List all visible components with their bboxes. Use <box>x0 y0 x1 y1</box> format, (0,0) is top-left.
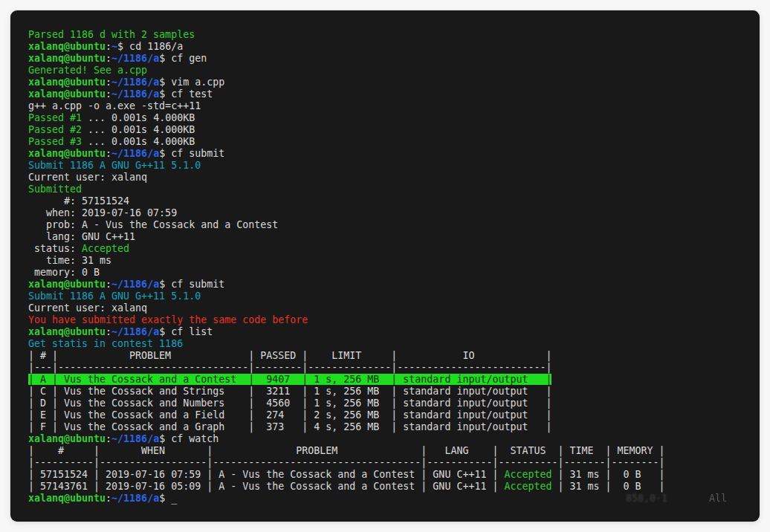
terminal-line: xalanq@ubuntu:~/1186/a$ cf watch <box>28 433 752 445</box>
terminal-output: Parsed 1186 d with 2 samplesxalanq@ubunt… <box>28 29 752 505</box>
table-row-highlighted: | A | Vus the Cossack and a Contest | 94… <box>28 374 551 385</box>
terminal-line: xalanq@ubuntu:~/1186/a$ cf gen <box>28 53 752 65</box>
submission-lang: lang: GNU C++11 <box>28 231 135 242</box>
submission-memory: memory: 0 B <box>28 267 100 278</box>
terminal-line: | # | PROBLEM | PASSED | LIMIT | IO | <box>28 350 752 362</box>
submission-time: time: 31 ms <box>28 255 111 266</box>
prompt-path: ~/1186/a <box>111 493 159 504</box>
command-text: $ cf watch <box>159 433 219 444</box>
table-row: | C | Vus the Cossack and Strings | 3211… <box>28 386 551 397</box>
submit-info: Submit 1186 A GNU G++11 5.1.0 <box>28 160 201 171</box>
terminal-window[interactable]: Parsed 1186 d with 2 samplesxalanq@ubunt… <box>10 10 760 522</box>
table-row: | D | Vus the Cossack and Numbers | 4560… <box>28 398 551 409</box>
status-message: Parsed 1186 d with 2 samples <box>28 29 195 40</box>
text-segment: ... 0.001s 4.000KB <box>82 136 195 147</box>
terminal-line: | A | Vus the Cossack and a Contest | 94… <box>28 374 752 386</box>
table-header: | # | WHEN | PROBLEM | LANG | STATUS | T… <box>28 445 665 456</box>
prompt-path: ~/1186/a <box>111 279 159 290</box>
terminal-line: | D | Vus the Cossack and Numbers | 4560… <box>28 398 752 409</box>
prompt-user: xalanq@ubuntu <box>28 433 106 444</box>
prompt-path: ~/1186/a <box>111 77 159 88</box>
text-segment: : <box>106 433 111 444</box>
terminal-line: Passed #3 ... 0.001s 4.000KB <box>28 136 752 148</box>
terminal-line: time: 31 ms <box>28 255 752 267</box>
terminal-line: Submitted <box>28 184 752 195</box>
command-text: $ cf gen <box>159 53 207 64</box>
terminal-line: | E | Vus the Cossack and a Field | 274 … <box>28 409 752 421</box>
table-row: | 57143761 | 2019-07-16 05:09 | A - Vus … <box>28 481 504 492</box>
terminal-line: |---|--------------------------------|--… <box>28 362 752 374</box>
desktop-background: { "terminal": { "colors": { "page_backgr… <box>0 0 770 532</box>
terminal-line: Passed #2 ... 0.001s 4.000KB <box>28 124 752 136</box>
terminal-line: Submit 1186 A GNU G++11 5.1.0 <box>28 291 752 302</box>
terminal-line: xalanq@ubuntu:~/1186/a$ cf list <box>28 326 752 338</box>
prompt-user: xalanq@ubuntu <box>28 493 106 504</box>
cursor[interactable]: _ <box>171 493 177 504</box>
terminal-line: | 57143761 | 2019-07-16 05:09 | A - Vus … <box>28 481 752 493</box>
status-message: Submitted <box>28 184 82 195</box>
terminal-line: prob: A - Vus the Cossack and a Contest <box>28 219 752 231</box>
table-row: | 57151524 | 2019-07-16 07:59 | A - Vus … <box>28 469 504 480</box>
prompt-path: ~/1186/a <box>111 148 159 159</box>
text-segment: | 31 ms | 0 B | <box>551 469 664 480</box>
terminal-line: Passed #1 ... 0.001s 4.000KB <box>28 112 752 124</box>
text-segment: $ <box>159 493 171 504</box>
status-accepted: Accepted <box>504 481 551 492</box>
text-segment: ... 0.001s 4.000KB <box>82 112 195 123</box>
prompt-user: xalanq@ubuntu <box>28 41 106 52</box>
submission-id: #: 57151524 <box>28 195 129 207</box>
prompt-path: ~/1186/a <box>111 88 159 100</box>
terminal-line: | 57151524 | 2019-07-16 07:59 | A - Vus … <box>28 469 752 481</box>
terminal-line: xalanq@ubuntu:~/1186/a$ vim a.cpp <box>28 77 752 88</box>
submission-status-value: Accepted <box>82 243 129 254</box>
table-separator: |---|--------------------------------|--… <box>28 362 551 373</box>
terminal-line: #: 57151524 <box>28 195 752 207</box>
text-segment: | 31 ms | 0 B | <box>551 481 664 492</box>
prompt-path: ~/1186/a <box>111 433 159 444</box>
submission-status-label: status: <box>28 243 82 254</box>
prompt-user: xalanq@ubuntu <box>28 326 106 337</box>
table-separator: |----------|------------------|---------… <box>28 457 665 468</box>
terminal-line: xalanq@ubuntu:~$ cd 1186/a <box>28 41 752 53</box>
terminal-line: xalanq@ubuntu:~/1186/a$ cf test <box>28 88 752 100</box>
terminal-line: |----------|------------------|---------… <box>28 457 752 469</box>
terminal-line: xalanq@ubuntu:~/1186/a$ cf submit <box>28 279 752 291</box>
submission-problem: prob: A - Vus the Cossack and a Contest <box>28 219 278 230</box>
ghost-all-text: All <box>709 493 727 505</box>
prompt-user: xalanq@ubuntu <box>28 279 106 290</box>
current-user: Current user: xalanq <box>28 302 147 314</box>
terminal-line: | F | Vus the Cossack and a Graph | 373 … <box>28 421 752 433</box>
terminal-line: Generated! See a.cpp <box>28 65 752 77</box>
prompt-user: xalanq@ubuntu <box>28 88 106 100</box>
terminal-line: status: Accepted <box>28 243 752 255</box>
table-header: | # | PROBLEM | PASSED | LIMIT | IO | <box>28 350 551 361</box>
terminal-line: when: 2019-07-16 07:59 <box>28 207 752 219</box>
text-segment: : <box>106 493 111 504</box>
list-info: Get statis in contest 1186 <box>28 338 183 349</box>
terminal-line: Get statis in contest 1186 <box>28 338 752 350</box>
error-message: You have submitted exactly the same code… <box>28 314 308 325</box>
terminal-line: memory: 0 B <box>28 267 752 279</box>
prompt-path: ~/1186/a <box>111 326 159 337</box>
prompt-user: xalanq@ubuntu <box>28 77 106 88</box>
prompt-path: ~ <box>111 41 117 52</box>
test-result: Passed #3 <box>28 136 82 147</box>
ghost-ruler-text: 858,0-1 <box>626 493 667 505</box>
command-text: $ cf submit <box>159 148 224 159</box>
current-user: Current user: xalanq <box>28 172 147 183</box>
terminal-line: Current user: xalanq <box>28 172 752 184</box>
prompt-user: xalanq@ubuntu <box>28 53 106 64</box>
command-text: $ vim a.cpp <box>159 77 224 88</box>
compile-command: g++ a.cpp -o a.exe -std=c++11 <box>28 100 201 111</box>
terminal-line: Current user: xalanq <box>28 302 752 314</box>
terminal-line: | C | Vus the Cossack and Strings | 3211… <box>28 386 752 398</box>
text-segment: ... 0.001s 4.000KB <box>82 124 195 135</box>
command-text: $ cd 1186/a <box>117 41 183 52</box>
status-accepted: Accepted <box>504 469 551 480</box>
table-row: | F | Vus the Cossack and a Graph | 373 … <box>28 421 551 432</box>
terminal-line: xalanq@ubuntu:~/1186/a$ cf submit <box>28 148 752 160</box>
command-text: $ cf test <box>159 88 213 100</box>
terminal-line: You have submitted exactly the same code… <box>28 314 752 326</box>
terminal-line: | # | WHEN | PROBLEM | LANG | STATUS | T… <box>28 445 752 457</box>
test-result: Passed #1 <box>28 112 82 123</box>
